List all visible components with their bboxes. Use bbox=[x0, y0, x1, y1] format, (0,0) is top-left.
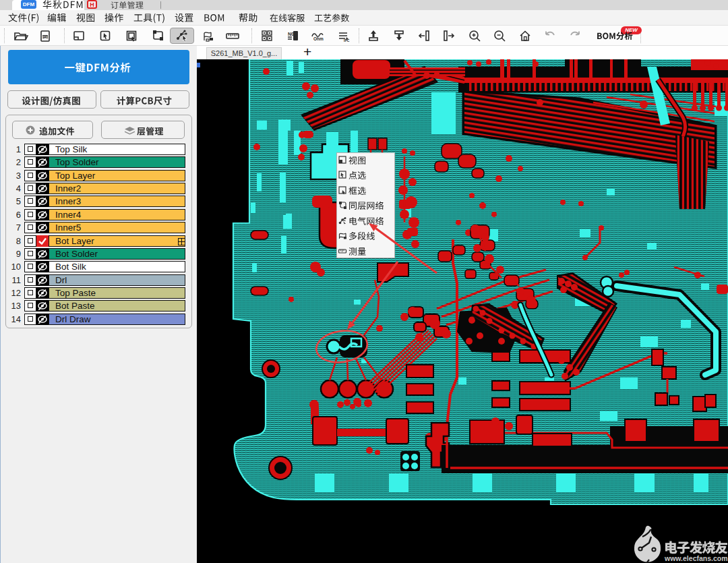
svg-text:N0: N0 bbox=[288, 32, 294, 36]
svg-text:IPC: IPC bbox=[344, 38, 350, 42]
svg-text:PDF: PDF bbox=[42, 36, 49, 39]
svg-text:Ohm: Ohm bbox=[313, 36, 324, 41]
